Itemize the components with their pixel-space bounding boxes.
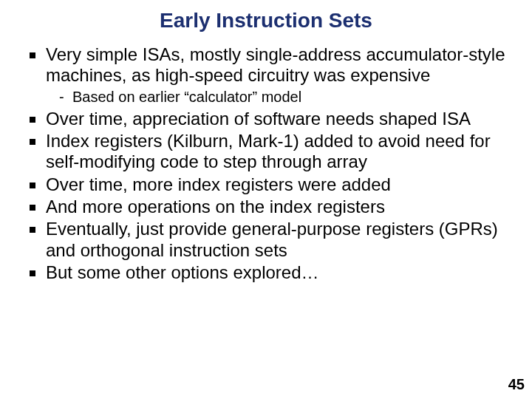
bullet-text: Over time, appreciation of software need… [46,109,471,129]
bullet-item: Eventually, just provide general-purpose… [30,219,507,261]
slide-title: Early Instruction Sets [22,9,510,33]
bullet-item: Very simple ISAs, mostly single-address … [30,44,507,106]
bullet-item: Over time, appreciation of software need… [30,109,507,129]
sub-bullet-text: Based on earlier “calculator” model [72,89,301,105]
bullet-item: And more operations on the index registe… [30,197,507,217]
bullet-text: But some other options explored… [46,262,319,282]
sub-bullet-item: Based on earlier “calculator” model [59,88,507,106]
bullet-text: Index registers (Kilburn, Mark-1) added … [46,131,491,171]
bullet-text: And more operations on the index registe… [46,197,385,216]
slide: Early Instruction Sets Very simple ISAs,… [0,0,532,399]
bullet-list: Very simple ISAs, mostly single-address … [22,44,510,283]
bullet-item: But some other options explored… [30,262,507,283]
page-number: 45 [508,376,525,393]
bullet-text: Eventually, just provide general-purpose… [46,219,498,259]
bullet-text: Very simple ISAs, mostly single-address … [46,44,505,85]
bullet-item: Over time, more index registers were add… [30,174,507,195]
bullet-item: Index registers (Kilburn, Mark-1) added … [30,131,507,173]
sub-bullet-list: Based on earlier “calculator” model [46,88,507,106]
bullet-text: Over time, more index registers were add… [46,174,391,194]
